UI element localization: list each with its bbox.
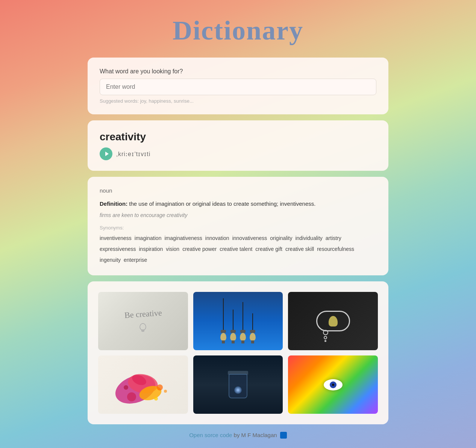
synonym-item[interactable]: individuality xyxy=(295,234,322,243)
images-card: Be creative xyxy=(88,281,388,424)
image-5 xyxy=(193,355,283,414)
svg-point-1 xyxy=(140,323,146,330)
suggested-words: Suggested words: joy, happiness, sunrise… xyxy=(100,98,376,104)
svg-point-12 xyxy=(154,397,158,401)
image-3 xyxy=(288,292,378,350)
synonym-item[interactable]: creative skill xyxy=(285,245,314,254)
definition-line: Definition: the use of imagination or or… xyxy=(100,200,376,208)
search-card: What word are you looking for? Suggested… xyxy=(88,58,388,114)
svg-point-8 xyxy=(127,392,136,401)
synonym-item[interactable]: innovativeness xyxy=(232,234,267,243)
search-label: What word are you looking for? xyxy=(100,68,376,75)
synonym-item[interactable]: enterprise xyxy=(124,255,147,265)
synonym-item[interactable]: imagination xyxy=(135,234,162,243)
synonym-item[interactable]: vision xyxy=(166,245,179,254)
svg-point-9 xyxy=(157,384,163,390)
synonym-item[interactable]: imaginativeness xyxy=(164,234,202,243)
synonym-item[interactable]: creative power xyxy=(182,245,217,254)
eye-element xyxy=(324,379,343,390)
source-code-link[interactable]: Open sorce code xyxy=(189,432,232,438)
play-pronunciation-button[interactable] xyxy=(100,147,112,160)
svg-marker-0 xyxy=(105,152,109,156)
synonyms-label: Synonyms: xyxy=(100,225,376,231)
svg-point-11 xyxy=(124,385,128,390)
footer: Open sorce code by M F Maclagan xyxy=(189,432,287,439)
play-icon xyxy=(104,151,109,156)
synonym-item[interactable]: inventiveness xyxy=(100,234,132,243)
definition-label: Definition: xyxy=(100,200,127,207)
page-title: Dictionary xyxy=(173,15,303,46)
synonym-item[interactable]: creative gift xyxy=(255,245,282,254)
lightbulb-icon xyxy=(139,323,147,333)
image-2 xyxy=(193,292,283,350)
synonym-item[interactable]: originality xyxy=(270,234,292,243)
synonym-item[interactable]: creative talent xyxy=(220,245,252,254)
image-4 xyxy=(98,355,188,414)
synonym-item[interactable]: ingenuity xyxy=(100,255,121,265)
image-6 xyxy=(288,355,378,414)
synonym-item[interactable]: expressiveness xyxy=(100,245,136,254)
paint-splash-svg xyxy=(102,355,184,414)
definition-text: the use of imagination or original ideas… xyxy=(129,200,315,207)
example-text: firms are keen to encourage creativity xyxy=(100,212,376,218)
synonyms-list: inventivenessimaginationimaginativenessi… xyxy=(100,234,376,265)
part-of-speech: noun xyxy=(100,187,376,194)
word-term: creativity xyxy=(100,131,376,143)
synonym-item[interactable]: innovation xyxy=(205,234,229,243)
synonym-item[interactable]: resourcefulness xyxy=(317,245,354,254)
main-container: What word are you looking for? Suggested… xyxy=(88,58,388,424)
pronunciation-row: ˌkriːeɪˈtɪvɪti xyxy=(100,147,376,160)
footer-suffix: by M F Maclagan xyxy=(234,432,277,438)
image-1: Be creative xyxy=(98,292,188,350)
images-grid: Be creative xyxy=(98,292,378,414)
linkedin-icon[interactable] xyxy=(280,432,287,439)
phonetic-text: ˌkriːeɪˈtɪvɪti xyxy=(116,150,150,158)
synonym-item[interactable]: inspiration xyxy=(139,245,163,254)
search-input[interactable] xyxy=(100,79,376,95)
word-card: creativity ˌkriːeɪˈtɪvɪti xyxy=(88,120,388,171)
definition-card: noun Definition: the use of imagination … xyxy=(88,177,388,275)
svg-point-13 xyxy=(164,390,167,393)
synonym-item[interactable]: artistry xyxy=(326,234,341,243)
